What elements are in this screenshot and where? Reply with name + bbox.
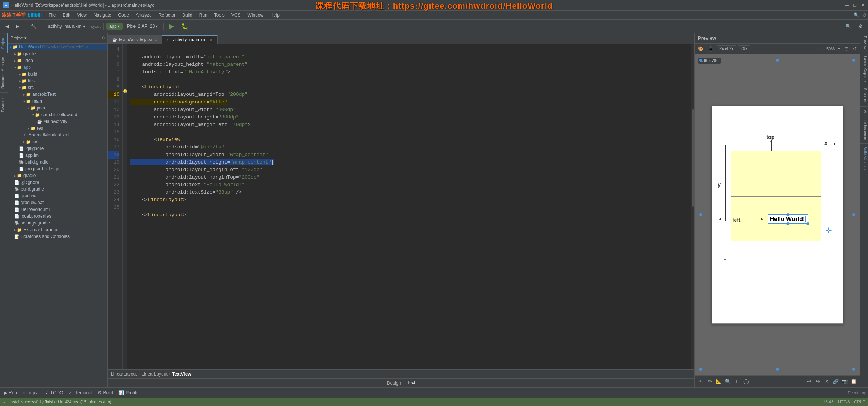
tree-item-settings-gradle[interactable]: 🐘 settings.gradle [8, 220, 107, 226]
tree-item-app-iml[interactable]: 📄 app.iml [8, 152, 107, 159]
profiler-btn[interactable]: 📊 Profiler [116, 389, 142, 396]
tree-item-gradlew-bat[interactable]: 📄 gradlew.bat [8, 199, 107, 206]
frame-handle-top[interactable] [776, 59, 779, 62]
tree-item-app[interactable]: ▾ 📁 app [8, 64, 107, 71]
minimize-btn[interactable]: ─ [845, 2, 849, 8]
right-tab-layout-capture[interactable]: Layout Capture [860, 53, 868, 85]
toolbar-back-btn[interactable]: ◀ [2, 23, 12, 30]
frame-handle-tl[interactable] [699, 59, 702, 62]
frame-handle-right[interactable] [852, 213, 855, 216]
frame-handle-br[interactable] [852, 368, 855, 371]
tree-item-package[interactable]: ▾ 📁 com.tlit.helloworld [8, 111, 107, 118]
mini-scrollbar[interactable] [691, 44, 694, 369]
pb-camera-icon[interactable]: 📷 [841, 378, 848, 385]
frame-handle-bl[interactable] [699, 368, 702, 371]
activity-main-dropdown[interactable]: activity_main.xml ▾ [45, 23, 88, 30]
right-tab-build-variants[interactable]: Build Variants [860, 144, 868, 173]
tree-item-test[interactable]: ▸ 📁 test [8, 138, 107, 145]
tree-item-idea[interactable]: ▸ 📁 .idea [8, 57, 107, 64]
tree-item-gradlew[interactable]: 📄 gradlew [8, 192, 107, 199]
right-tab-structure[interactable]: Structure [860, 85, 868, 107]
tab-text[interactable]: Text [404, 380, 418, 386]
tv-handle-tc[interactable] [786, 213, 789, 216]
menu-help[interactable]: Help [267, 12, 283, 18]
tree-item-proguard[interactable]: 📄 proguard-rules.pro [8, 165, 107, 172]
settings-icon[interactable]: ⚙ [862, 12, 866, 18]
preview-theme-btn[interactable]: 🎨 [696, 46, 705, 52]
code-content[interactable]: android:layout_width="match_parent" andr… [127, 44, 694, 369]
bc-linearlayout-2[interactable]: LinearLayout [141, 371, 167, 377]
todo-btn[interactable]: ✓ TODO [43, 389, 65, 396]
pb-undo-icon[interactable]: ↩ [805, 378, 812, 385]
pb-copy-icon[interactable]: 📋 [850, 378, 857, 385]
menu-edit[interactable]: Edit [59, 12, 73, 18]
tree-gear-icon[interactable]: ⚙ [101, 36, 105, 41]
pb-link-icon[interactable]: 🔗 [832, 378, 839, 385]
preview-api-label[interactable]: 29▾ [738, 45, 750, 52]
pb-redo-icon[interactable]: ↪ [814, 378, 821, 385]
search-toolbar-btn[interactable]: 🔍 [842, 23, 854, 30]
tree-item-main[interactable]: ▾ 📁 main [8, 98, 107, 105]
pb-close-icon[interactable]: ✕ [823, 378, 830, 385]
menu-view[interactable]: View [74, 12, 90, 18]
device-dropdown[interactable]: Pixel 2 API 28 ▾ [124, 23, 161, 30]
tree-item-libs[interactable]: ▸ 📁 libs [8, 77, 107, 84]
tree-item-build-gradle-root[interactable]: 🐘 build.gradle [8, 186, 107, 192]
code-editor[interactable]: 4 5 6 7 8 9 10 11 12 13 14 15 16 17 18 1… [108, 44, 694, 369]
menu-refactor[interactable]: Refactor [156, 12, 178, 18]
toolbar-forward-btn[interactable]: ▶ [13, 23, 22, 30]
menu-code[interactable]: Code [115, 12, 132, 18]
menu-navigate[interactable]: Navigate [91, 12, 114, 18]
run-bottom-btn[interactable]: ▶ Run [2, 389, 19, 396]
sidebar-tab-resource[interactable]: Resource Manager [0, 53, 8, 92]
menu-window[interactable]: Window [244, 12, 266, 18]
right-tab-preview[interactable]: Preview [860, 33, 868, 53]
search-area[interactable]: 🔍 [854, 12, 859, 18]
tree-item-res[interactable]: ▸ 📁 res [8, 125, 107, 132]
drag-cursor[interactable]: ✛ [825, 226, 832, 235]
tree-item-scratches[interactable]: 📝 Scratches and Consoles [8, 233, 107, 240]
tree-item-gradle-root[interactable]: ▸ 📁 gradle [8, 172, 107, 179]
logcat-btn[interactable]: ≡ Logcat [20, 389, 42, 396]
tree-item-mainactivity[interactable]: ☕ MainActivity [8, 118, 107, 125]
tree-item-src[interactable]: ▾ 📁 src [8, 84, 107, 91]
tree-item-gitignore-root[interactable]: 📄 .gitignore [8, 179, 107, 186]
pb-text-icon[interactable]: T [733, 378, 741, 385]
app-dropdown[interactable]: app ▾ [106, 23, 123, 30]
maximize-btn[interactable]: □ [853, 2, 856, 8]
preview-zoom-in-btn[interactable]: + [836, 46, 842, 52]
preview-zoom-out-btn[interactable]: - [820, 46, 825, 52]
preview-fit-btn[interactable]: ⊡ [843, 46, 850, 52]
run-btn[interactable]: ▶ [166, 22, 177, 30]
right-tab-inspector[interactable]: Attribute Inspector [860, 107, 868, 144]
frame-handle-tr[interactable] [852, 59, 855, 62]
settings-toolbar-btn[interactable]: ⚙ [856, 23, 866, 30]
preview-device-btn[interactable]: 📱 [706, 46, 715, 52]
pb-shape-icon[interactable]: ◯ [742, 378, 750, 385]
tree-item-java[interactable]: ▾ 📁 java [8, 105, 107, 111]
preview-device-label[interactable]: Pixel 2▾ [717, 45, 736, 52]
tab-activity-main-close[interactable]: ✕ [210, 38, 213, 42]
frame-handle-left[interactable] [699, 213, 702, 216]
tree-item-local-properties[interactable]: 📄 local.properties [8, 213, 107, 220]
menu-build[interactable]: Build [179, 12, 195, 18]
tree-item-androidmanifest[interactable]: 🏷 AndroidManifest.xml [8, 132, 107, 138]
event-log-label[interactable]: Event Log [848, 391, 866, 395]
pb-select-icon[interactable]: 📐 [715, 378, 723, 385]
close-btn[interactable]: ✕ [861, 2, 865, 8]
bc-linearlayout-1[interactable]: LinearLayout [111, 371, 137, 377]
build-btn[interactable]: ⚙ Build [95, 389, 116, 396]
tree-item-external-libs[interactable]: ▸ 📁 External Libraries [8, 226, 107, 233]
tree-item-androidtest[interactable]: ▸ 📁 androidTest [8, 91, 107, 98]
menu-file[interactable]: File [45, 12, 59, 18]
tree-item-helloworld-iml[interactable]: 📄 HelloWorld.iml [8, 206, 107, 213]
terminal-btn[interactable]: >_ Terminal [67, 389, 95, 396]
tree-item-gitignore-app[interactable]: 📄 .gitignore [8, 145, 107, 152]
frame-handle-bottom[interactable] [776, 368, 779, 371]
menu-vcs[interactable]: VCS [228, 12, 244, 18]
menu-analyze[interactable]: Analyze [133, 12, 155, 18]
bc-textview[interactable]: TextView [172, 371, 191, 377]
tree-item-build-gradle[interactable]: 🐘 build.gradle [8, 159, 107, 165]
pb-cursor-icon[interactable]: ↖ [697, 378, 705, 385]
tab-mainactivity[interactable]: ☕ MainActivity.java ✕ [108, 35, 162, 44]
